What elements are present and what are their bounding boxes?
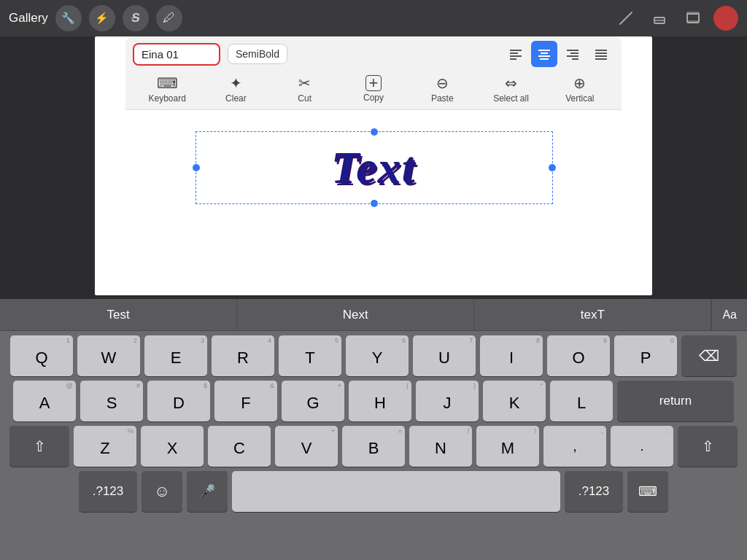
select-all-label: Select all <box>493 93 529 104</box>
handle-right[interactable] <box>549 164 556 171</box>
key-rows: 1Q 2W 3E 4R 5T 6Y 7U 8I 9O 0P ⌫ @A #S $D… <box>0 331 747 560</box>
suggestion-text[interactable]: texT <box>474 299 711 330</box>
cut-icon: ✂ <box>298 74 311 92</box>
copy-label: Copy <box>363 93 384 103</box>
key-J[interactable]: )J <box>416 381 479 421</box>
key-Y[interactable]: 6Y <box>346 335 409 376</box>
font-name-select[interactable]: Eina 01 <box>133 43 220 66</box>
paste-icon: ⊖ <box>436 74 449 92</box>
key-period[interactable]: .. <box>611 426 673 467</box>
suggestion-test[interactable]: Test <box>0 299 237 330</box>
key-Q[interactable]: 1Q <box>10 335 73 376</box>
select-all-icon: ⇔ <box>505 74 517 92</box>
svg-line-0 <box>620 12 632 24</box>
floating-toolbar: Eina 01 SemiBold ⌨ Keyboar <box>125 36 622 110</box>
keyboard-area: Test Next texT Aa 1Q 2W 3E 4R 5T 6Y 7U 8… <box>0 299 747 560</box>
suggestion-next[interactable]: Next <box>237 299 474 330</box>
cut-tool[interactable]: ✂ Cut <box>279 74 330 104</box>
canvas-text: Text <box>332 142 417 194</box>
key-W[interactable]: 2W <box>77 335 140 376</box>
keyboard-tool[interactable]: ⌨ Keyboard <box>142 74 193 104</box>
key-row-3: ⇧ %Z X C +V =B /N !M ,, .. ⇧ <box>3 426 744 467</box>
top-right-icons <box>613 5 738 31</box>
select-all-tool[interactable]: ⇔ Select all <box>486 74 537 104</box>
key-numbers-left[interactable]: .?123 <box>79 471 137 512</box>
toolbar-row1: Eina 01 SemiBold <box>125 36 622 71</box>
key-K[interactable]: "K <box>483 381 546 421</box>
key-I[interactable]: 8I <box>480 335 543 376</box>
text-element[interactable]: Text <box>196 131 553 204</box>
key-D[interactable]: $D <box>147 381 210 421</box>
key-T[interactable]: 5T <box>279 335 341 376</box>
paste-label: Paste <box>431 93 454 104</box>
key-Z[interactable]: %Z <box>74 426 136 467</box>
align-justify-button[interactable] <box>588 41 614 67</box>
key-return[interactable]: return <box>617 381 734 421</box>
key-B[interactable]: =B <box>342 426 405 467</box>
avatar-button[interactable] <box>713 6 738 31</box>
key-P[interactable]: 0P <box>614 335 677 376</box>
wrench-icon-button[interactable]: 🔧 <box>55 5 82 31</box>
key-backspace[interactable]: ⌫ <box>681 335 737 376</box>
key-row-2: @A #S $D &F +G (H )J "K L return <box>3 381 744 421</box>
handle-bottom[interactable] <box>371 200 378 207</box>
toolbar-row2: ⌨ Keyboard ✦ Clear ✂ Cut + Copy ⊖ Paste … <box>125 71 622 110</box>
cut-label: Cut <box>298 93 311 104</box>
clear-tool[interactable]: ✦ Clear <box>210 74 261 104</box>
copy-tool[interactable]: + Copy <box>348 75 399 103</box>
align-buttons <box>503 41 614 67</box>
key-E[interactable]: 3E <box>144 335 207 376</box>
top-bar: Gallery 🔧 ⚡ S 🖊 <box>0 0 747 36</box>
key-H[interactable]: (H <box>349 381 411 421</box>
key-keyboard-icon[interactable]: ⌨ <box>627 471 668 512</box>
pencil-line-icon[interactable] <box>613 5 639 31</box>
clear-label: Clear <box>225 93 247 104</box>
key-shift-left[interactable]: ⇧ <box>9 426 69 467</box>
key-G[interactable]: +G <box>282 381 344 421</box>
vertical-label: Vertical <box>565 93 594 104</box>
aa-button[interactable]: Aa <box>711 299 747 330</box>
key-numbers-right[interactable]: .?123 <box>565 471 623 512</box>
lightning-icon-button[interactable]: ⚡ <box>89 5 115 31</box>
key-row-4: .?123 ☺ 🎤 .?123 ⌨ <box>3 471 744 512</box>
eraser-icon[interactable] <box>646 5 673 31</box>
key-X[interactable]: X <box>141 426 204 467</box>
key-M[interactable]: !M <box>476 426 539 467</box>
key-V[interactable]: +V <box>275 426 338 467</box>
handle-left[interactable] <box>193 164 200 171</box>
key-emoji[interactable]: ☺ <box>142 471 182 512</box>
align-right-button[interactable] <box>560 41 586 67</box>
paste-tool[interactable]: ⊖ Paste <box>417 74 468 104</box>
canvas-area: Eina 01 SemiBold ⌨ Keyboar <box>0 36 747 299</box>
clear-icon: ✦ <box>230 74 242 92</box>
key-A[interactable]: @A <box>13 381 76 421</box>
key-L[interactable]: L <box>550 381 613 421</box>
font-weight-select[interactable]: SemiBold <box>228 44 287 64</box>
strikethrough-icon-button[interactable]: S <box>123 5 149 31</box>
key-N[interactable]: /N <box>409 426 472 467</box>
handle-top[interactable] <box>371 128 378 136</box>
keyboard-icon: ⌨ <box>157 74 178 92</box>
pen-icon-button[interactable]: 🖊 <box>156 5 182 31</box>
key-F[interactable]: &F <box>214 381 277 421</box>
autocorrect-bar: Test Next texT Aa <box>0 299 747 331</box>
key-space[interactable] <box>232 471 560 512</box>
align-center-button[interactable] <box>531 41 557 67</box>
key-O[interactable]: 9O <box>547 335 610 376</box>
vertical-icon: ⊕ <box>573 74 586 92</box>
key-row-1: 1Q 2W 3E 4R 5T 6Y 7U 8I 9O 0P ⌫ <box>3 335 744 376</box>
key-U[interactable]: 7U <box>413 335 476 376</box>
key-mic[interactable]: 🎤 <box>187 471 228 512</box>
key-shift-right[interactable]: ⇧ <box>678 426 738 467</box>
vertical-tool[interactable]: ⊕ Vertical <box>554 74 605 104</box>
key-S[interactable]: #S <box>80 381 143 421</box>
gallery-button[interactable]: Gallery <box>9 11 48 26</box>
key-R[interactable]: 4R <box>212 335 274 376</box>
layers-icon[interactable] <box>680 5 706 31</box>
key-C[interactable]: C <box>208 426 271 467</box>
keyboard-label: Keyboard <box>148 93 185 104</box>
copy-icon: + <box>365 75 382 91</box>
align-left-button[interactable] <box>503 41 529 67</box>
key-comma[interactable]: ,, <box>543 426 606 467</box>
